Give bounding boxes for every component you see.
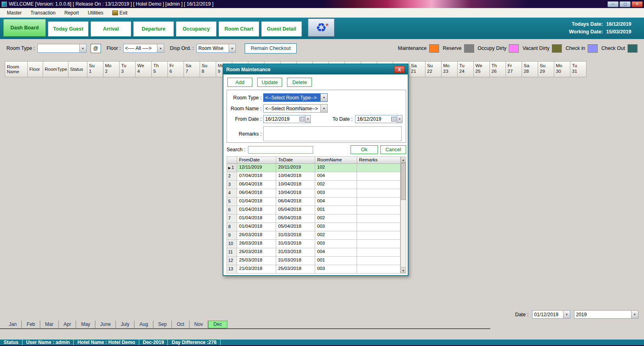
row-number-cell[interactable]: 7 xyxy=(227,214,237,223)
day-column-header[interactable]: Su22 xyxy=(425,61,442,77)
floor-select[interactable]: <---- All ----> ▼ xyxy=(123,44,164,53)
row-number-cell[interactable]: 5 xyxy=(227,198,237,206)
scroll-up-icon[interactable]: ▲ xyxy=(401,157,406,163)
row-number-cell[interactable]: 13 xyxy=(227,265,237,274)
menu-item[interactable]: Master xyxy=(2,9,26,17)
table-row[interactable]: 1 12/11/2019 20/11/2019 102 xyxy=(227,164,406,172)
month-tab[interactable]: Jan xyxy=(4,321,22,328)
remarks-cell[interactable] xyxy=(357,231,400,240)
close-button[interactable]: ✕ xyxy=(632,1,643,7)
remarks-cell[interactable] xyxy=(357,189,400,198)
month-tab[interactable]: Oct xyxy=(172,321,190,328)
footer-year-select[interactable]: 2019 ▼ xyxy=(574,310,638,319)
todate-cell[interactable]: 10/04/2018 xyxy=(276,189,315,198)
roomname-cell[interactable]: 102 xyxy=(315,164,357,172)
remarks-cell[interactable] xyxy=(357,181,400,189)
row-number-cell[interactable]: 4 xyxy=(227,189,237,198)
fromdate-cell[interactable]: 26/03/2018 xyxy=(237,240,276,248)
day-column-header[interactable]: Tu24 xyxy=(458,61,474,77)
remarks-cell[interactable] xyxy=(357,223,400,231)
row-number-cell[interactable]: 1 xyxy=(227,164,237,172)
fromdate-cell[interactable]: 12/11/2019 xyxy=(237,164,276,172)
day-column-header[interactable]: Mo30 xyxy=(554,61,570,77)
grid-column-todate[interactable]: ToDate xyxy=(276,157,315,164)
row-number-cell[interactable]: 9 xyxy=(227,231,237,240)
row-number-cell[interactable]: 6 xyxy=(227,206,237,214)
roomname-cell[interactable]: 002 xyxy=(315,231,357,240)
add-button[interactable]: Add xyxy=(227,78,252,87)
fromdate-cell[interactable]: 26/03/2018 xyxy=(237,248,276,257)
roomname-cell[interactable]: 003 xyxy=(315,189,357,198)
grid-column-remarks[interactable]: Remarks xyxy=(357,157,400,164)
disp-ord-select[interactable]: Room Wise ▼ xyxy=(196,44,236,53)
fromdate-cell[interactable]: 06/04/2018 xyxy=(237,189,276,198)
month-tab[interactable]: Apr xyxy=(59,321,76,328)
dialog-close-button[interactable]: X xyxy=(394,66,405,73)
todate-cell[interactable]: 31/03/2018 xyxy=(276,248,315,257)
month-tab[interactable]: July xyxy=(116,321,134,328)
day-column-header[interactable]: Sa21 xyxy=(409,61,425,77)
remarks-textarea[interactable] xyxy=(263,126,402,141)
row-number-cell[interactable]: 3 xyxy=(227,181,237,189)
menu-item[interactable]: Transaction xyxy=(26,9,60,17)
grid-scrollbar[interactable]: ▲ ▼ xyxy=(400,157,406,274)
day-column-header[interactable]: We25 xyxy=(474,61,490,77)
todate-cell[interactable]: 05/04/2018 xyxy=(276,206,315,214)
roomname-cell[interactable]: 003 xyxy=(315,265,357,274)
month-tab[interactable]: Dec xyxy=(208,321,227,328)
roomname-cell[interactable]: 004 xyxy=(315,198,357,206)
todate-cell[interactable]: 06/04/2018 xyxy=(276,198,315,206)
table-row[interactable]: 6 01/04/2018 05/04/2018 001 xyxy=(227,206,406,214)
day-column-header[interactable]: Mo23 xyxy=(442,61,458,77)
nav-tab[interactable]: Today Guest xyxy=(48,21,89,37)
roomname-cell[interactable]: 004 xyxy=(315,248,357,257)
dialog-title-bar[interactable]: Room Maintenance X xyxy=(223,64,408,74)
table-row[interactable]: 7 01/04/2018 05/04/2018 002 xyxy=(227,214,406,223)
roomname-cell[interactable]: 004 xyxy=(315,172,357,181)
dialog-room-type-select[interactable]: <--Select Room Type--> ▼ xyxy=(263,93,328,102)
maximize-button[interactable]: ▢ xyxy=(619,1,631,7)
todate-cell[interactable]: 25/03/2018 xyxy=(276,265,315,274)
todate-cell[interactable]: 05/04/2018 xyxy=(276,214,315,223)
fromdate-cell[interactable]: 25/03/2018 xyxy=(237,257,276,265)
remarks-cell[interactable] xyxy=(357,257,400,265)
fromdate-cell[interactable]: 06/04/2018 xyxy=(237,181,276,189)
remarks-cell[interactable] xyxy=(357,240,400,248)
table-row[interactable]: 8 01/04/2018 05/04/2018 003 xyxy=(227,223,406,231)
roomname-cell[interactable]: 001 xyxy=(315,257,357,265)
remarks-cell[interactable] xyxy=(357,214,400,223)
table-row[interactable]: 5 01/04/2018 06/04/2018 004 xyxy=(227,198,406,206)
grid-column-roomname[interactable]: RoomName xyxy=(315,157,357,164)
nav-tab[interactable]: Arrival xyxy=(91,21,131,37)
day-column-header[interactable]: Th26 xyxy=(490,61,506,77)
nav-tab[interactable]: Departure xyxy=(133,21,174,37)
nav-tab[interactable]: Room Chart xyxy=(219,21,259,37)
grid-column-fromdate[interactable]: FromDate xyxy=(237,157,276,164)
row-number-cell[interactable]: 2 xyxy=(227,172,237,181)
table-row[interactable]: 4 06/04/2018 10/04/2018 003 xyxy=(227,189,406,198)
remarks-cell[interactable] xyxy=(357,265,400,274)
day-column-header[interactable]: Mo2 xyxy=(103,61,120,77)
day-column-header[interactable]: Su29 xyxy=(538,61,554,77)
column-header[interactable]: Status xyxy=(68,61,87,77)
todate-cell[interactable]: 31/03/2018 xyxy=(276,240,315,248)
table-row[interactable]: 13 21/03/2018 25/03/2018 003 xyxy=(227,265,406,274)
remarks-cell[interactable] xyxy=(357,172,400,181)
menu-item[interactable]: Report xyxy=(60,9,83,17)
fromdate-cell[interactable]: 21/03/2018 xyxy=(237,265,276,274)
day-column-header[interactable]: Sa28 xyxy=(522,61,538,77)
day-column-header[interactable]: Su8 xyxy=(200,61,216,77)
dialog-room-name-select[interactable]: <--Select RoomName--> ▼ xyxy=(263,104,328,113)
fromdate-cell[interactable]: 01/04/2018 xyxy=(237,198,276,206)
row-number-cell[interactable]: 8 xyxy=(227,223,237,231)
scroll-down-icon[interactable]: ▼ xyxy=(401,267,406,273)
menu-item[interactable]: Utilities xyxy=(83,9,108,17)
fromdate-cell[interactable]: 01/04/2018 xyxy=(237,223,276,231)
row-number-cell[interactable]: 12 xyxy=(227,257,237,265)
remarks-cell[interactable] xyxy=(357,164,400,172)
roomname-cell[interactable]: 002 xyxy=(315,181,357,189)
remarks-cell[interactable] xyxy=(357,248,400,257)
update-button[interactable]: Update xyxy=(257,78,282,87)
nav-tab[interactable]: Guest Detail xyxy=(261,21,302,37)
table-row[interactable]: 2 07/04/2018 10/04/2018 004 xyxy=(227,172,406,181)
